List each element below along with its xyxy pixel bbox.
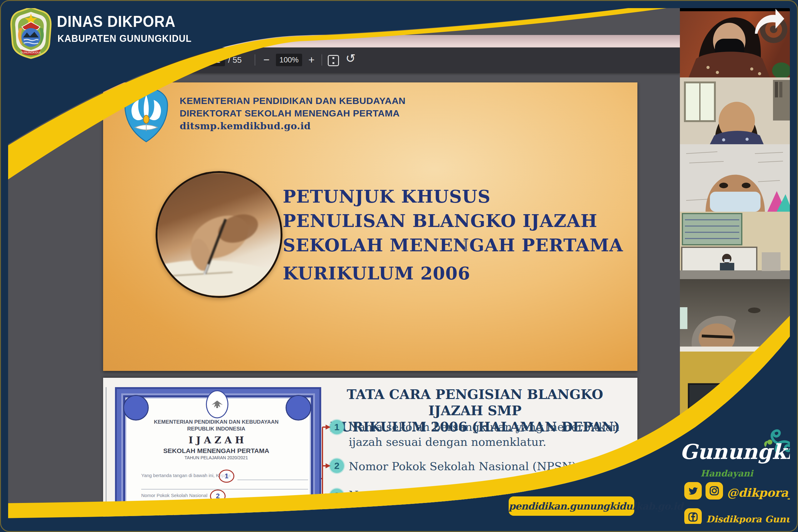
certificate-field-label: Nomor Pokok Sekolah Nasional (141, 493, 207, 498)
certificate-header1: KEMENTERIAN PENDIDIKAN DAN KEBUDAYAAN (115, 419, 318, 425)
red-marker-2: 2 (210, 490, 225, 503)
social-handle: @dikpora_gk (727, 486, 798, 499)
hand-writing-photo (156, 171, 283, 298)
svg-text:GUNUNGKIDUL: GUNUNGKIDUL (21, 51, 41, 54)
slide-title-line2: PENULISAN BLANGKO IJAZAH (283, 210, 630, 231)
slide-title-line4: KURIKULUM 2006 (283, 263, 630, 284)
org-subtitle: KABUPATEN GUNUNGKIDUL (57, 33, 192, 44)
rotate-icon[interactable]: ↺ (343, 53, 358, 64)
zoom-level-input[interactable]: 100% (276, 54, 302, 66)
certificate-year: TAHUN PELAJARAN 2020/2021 (115, 455, 318, 460)
pdf-toolbar: 12 / 55 − 100% + ↺ (8, 48, 680, 73)
fit-page-icon[interactable] (328, 55, 339, 66)
slide-ministry-line2: DIREKTORAT SEKOLAH MENENGAH PERTAMA (180, 108, 400, 119)
participant-video-man-glasses[interactable] (680, 279, 791, 346)
slide-ministry-url: ditsmp.kemdikbud.go.id (180, 120, 311, 131)
certificate-field-label: Provinsi (141, 514, 158, 519)
facebook-page-name: Disdikpora Gunungkidul (706, 514, 798, 525)
certificate-field-label: Yang bertanda tangan di bawah ini, Kepal… (141, 473, 231, 478)
toolbar-divider (322, 54, 322, 65)
participant-video-man-batik[interactable] (680, 77, 791, 144)
page-count-label: / 55 (228, 54, 241, 66)
website-pill: pendidikan.gunungkidulkab.go.id (509, 496, 634, 516)
toolbar-divider (255, 54, 255, 65)
certificate-field-label: Kabupaten/Kota (141, 503, 175, 509)
org-name: DINAS DIKPORA (57, 13, 176, 31)
certificate-title: I J A Z A H (115, 435, 318, 445)
twitter-icon (684, 482, 702, 499)
facebook-icon (684, 508, 702, 526)
slide-ministry-line1: KEMENTERIAN PENDIDIKAN DAN KEBUDAYAAN (180, 96, 405, 106)
participant-video-man-blue-mask[interactable] (680, 144, 791, 212)
zoom-out-button[interactable]: − (260, 54, 273, 65)
certificate-roundel (123, 395, 149, 420)
handayani-tagline: Handayani (680, 468, 774, 479)
text-cursor (465, 241, 466, 250)
slide-title-line1: PETUNJUK KHUSUS (283, 186, 630, 207)
meeting-frame: 12 / 55 − 100% + ↺ KEMENTERIAN PENDIDIKA… (0, 0, 798, 532)
instagram-icon (706, 482, 723, 499)
page-number-input[interactable]: 12 (207, 54, 225, 66)
zoom-in-button[interactable]: + (305, 54, 319, 65)
participant-video-classroom-far[interactable] (680, 212, 791, 279)
slide-title-line3: SEKOLAH MENENGAH PERTAMA (283, 235, 630, 255)
garuda-emblem-icon (206, 390, 229, 418)
gunungkidul-wordmark: Gunungkidul (680, 440, 786, 464)
red-marker-4: 4 (159, 511, 174, 524)
share-arrow-icon[interactable] (750, 7, 785, 37)
certificate-note: menerangkan bahwa (253, 514, 297, 519)
tutwuri-logo-icon (123, 87, 170, 144)
certificate-header2: REPUBLIK INDONESIA (115, 426, 318, 432)
red-marker-3: 3 (175, 500, 191, 513)
certificate-subtitle: SEKOLAH MENENGAH PERTAMA (115, 447, 318, 455)
gunungkidul-crest-icon: GUNUNGKIDUL (9, 6, 53, 61)
red-marker-1: 1 (219, 470, 234, 483)
certificate-roundel (286, 395, 311, 420)
